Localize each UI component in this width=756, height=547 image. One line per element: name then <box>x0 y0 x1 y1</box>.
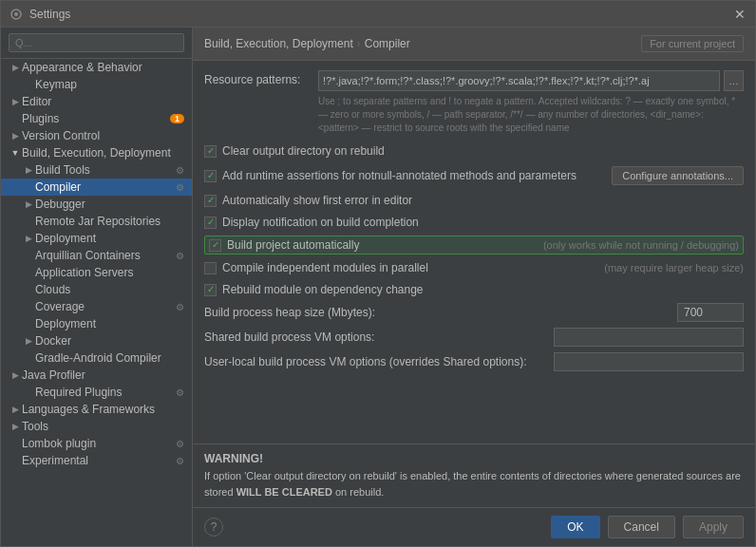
checkbox-row-runtime-assertions: Add runtime assertions for notnull-annot… <box>204 164 744 187</box>
checkbox-label-rebuild-dependency: Rebuild module on dependency change <box>222 283 744 296</box>
ok-button[interactable]: OK <box>551 516 599 538</box>
sidebar-item-label: Keymap <box>35 78 184 91</box>
sidebar-tree: ▶ Appearance & Behavior Keymap ▶ Editor … <box>1 59 192 546</box>
resource-patterns-expand-button[interactable]: … <box>724 70 744 91</box>
sidebar-item-label: Appearance & Behavior <box>22 61 184 74</box>
expand-arrow-docker: ▶ <box>22 334 35 348</box>
sidebar-item-label: Deployment <box>35 232 184 245</box>
main-content-area: ▶ Appearance & Behavior Keymap ▶ Editor … <box>1 28 755 546</box>
checkbox-runtime-assertions[interactable] <box>204 170 217 182</box>
user-vm-input[interactable] <box>554 352 744 371</box>
sidebar-item-build-tools[interactable]: ▶ Build Tools ⚙ <box>1 161 192 179</box>
sidebar-item-label: Deployment <box>35 317 184 330</box>
sidebar-item-label: Gradle-Android Compiler <box>35 351 184 365</box>
sidebar-item-label: Languages & Frameworks <box>22 403 184 416</box>
expand-arrow-plugins <box>9 112 22 125</box>
checkbox-label-clear-output: Clear output directory on rebuild <box>222 144 744 158</box>
sidebar-item-lombok[interactable]: Lombok plugin ⚙ <box>1 435 192 452</box>
search-input[interactable] <box>9 33 184 52</box>
checkbox-row-rebuild-dependency: Rebuild module on dependency change <box>204 281 744 298</box>
checkbox-clear-output[interactable] <box>204 145 217 158</box>
resource-hint: Use ; to separate patterns and ! to nega… <box>318 95 744 135</box>
help-button[interactable]: ? <box>204 518 223 537</box>
expand-arrow-tools: ▶ <box>9 420 22 433</box>
sidebar-item-clouds[interactable]: Clouds <box>1 281 192 298</box>
sidebar-item-label: Compiler <box>35 180 176 194</box>
sidebar-item-docker[interactable]: ▶ Docker <box>1 332 192 349</box>
checkbox-row-build-automatically: Build project automatically (only works … <box>204 236 744 255</box>
sidebar-item-required-plugins[interactable]: Required Plugins ⚙ <box>1 384 192 401</box>
expand-arrow-appearance: ▶ <box>9 61 22 74</box>
sidebar-item-label: Tools <box>22 420 184 433</box>
checkbox-label-compile-parallel: Compile independent modules in parallel <box>222 261 595 274</box>
checkbox-label-show-first-error: Automatically show first error in editor <box>222 194 744 207</box>
titlebar: Settings ✕ <box>1 1 755 28</box>
sidebar-item-java-profiler[interactable]: ▶ Java Profiler <box>1 367 192 384</box>
expand-arrow-arquillian <box>22 249 35 262</box>
expand-arrow-debugger: ▶ <box>22 198 35 211</box>
apply-button[interactable]: Apply <box>683 516 744 538</box>
main-panel: Build, Execution, Deployment › Compiler … <box>193 28 755 546</box>
sidebar-item-arquillian[interactable]: Arquillian Containers ⚙ <box>1 247 192 264</box>
sidebar-item-version-control[interactable]: ▶ Version Control <box>1 127 192 144</box>
warning-title: WARNING! <box>204 452 744 465</box>
sidebar-item-application-servers[interactable]: Application Servers <box>1 264 192 281</box>
checkbox-build-automatically[interactable] <box>209 239 221 252</box>
expand-arrow-editor: ▶ <box>9 95 22 108</box>
panel-header: Build, Execution, Deployment › Compiler … <box>193 28 755 61</box>
sync-icon-coverage: ⚙ <box>176 302 184 312</box>
svg-point-1 <box>14 12 18 16</box>
sidebar-item-coverage[interactable]: Coverage ⚙ <box>1 298 192 315</box>
expand-arrow-app-servers <box>22 266 35 279</box>
expand-arrow-clouds <box>22 283 35 296</box>
sync-icon-build-tools: ⚙ <box>176 165 184 176</box>
sidebar-item-label: Required Plugins <box>35 386 176 399</box>
checkbox-rebuild-dependency[interactable] <box>204 284 217 296</box>
checkbox-show-first-error[interactable] <box>204 195 217 207</box>
breadcrumb-separator: › <box>357 37 361 50</box>
sidebar-item-remote-jar[interactable]: Remote Jar Repositories <box>1 213 192 230</box>
sidebar-item-debugger[interactable]: ▶ Debugger <box>1 196 192 213</box>
configure-annotations-button[interactable]: Configure annotations... <box>612 166 744 185</box>
checkbox-row-compile-parallel: Compile independent modules in parallel … <box>204 259 744 276</box>
resource-patterns-input-wrap: … <box>318 70 744 91</box>
sidebar-item-label: Application Servers <box>35 266 184 279</box>
build-automatically-note: (only works while not running / debuggin… <box>543 239 739 251</box>
sidebar-item-editor[interactable]: ▶ Editor <box>1 93 192 110</box>
sidebar-item-plugins[interactable]: Plugins 1 <box>1 110 192 127</box>
heap-size-row: Build process heap size (Mbytes): <box>204 303 744 322</box>
warning-box: WARNING! If option 'Clear output directo… <box>193 443 755 507</box>
sidebar-item-appearance[interactable]: ▶ Appearance & Behavior <box>1 59 192 76</box>
checkbox-row-show-first-error: Automatically show first error in editor <box>204 192 744 209</box>
sidebar-item-languages[interactable]: ▶ Languages & Frameworks <box>1 401 192 418</box>
cancel-button[interactable]: Cancel <box>608 516 675 538</box>
shared-vm-input[interactable] <box>554 328 744 347</box>
sidebar-item-gradle-android[interactable]: Gradle-Android Compiler <box>1 349 192 367</box>
sync-icon-lombok: ⚙ <box>176 439 184 449</box>
sidebar-item-deployment[interactable]: ▶ Deployment <box>1 230 192 247</box>
heap-size-input[interactable] <box>677 303 744 322</box>
resource-patterns-input[interactable] <box>318 70 720 91</box>
sidebar-item-label: Experimental <box>22 454 176 467</box>
sidebar-item-label: Lombok plugin <box>22 437 176 450</box>
sidebar-item-keymap[interactable]: Keymap <box>1 76 192 93</box>
sidebar-item-deployment2[interactable]: Deployment <box>1 315 192 332</box>
sidebar-item-build-execution[interactable]: ▼ Build, Execution, Deployment <box>1 144 192 161</box>
checkbox-display-notification[interactable] <box>204 217 217 229</box>
checkbox-row-display-notification: Display notification on build completion <box>204 214 744 231</box>
expand-arrow-java-profiler: ▶ <box>9 368 22 382</box>
sidebar-item-experimental[interactable]: Experimental ⚙ <box>1 452 192 469</box>
sidebar-item-label: Clouds <box>35 283 184 296</box>
sidebar-item-tools[interactable]: ▶ Tools <box>1 418 192 435</box>
sidebar-item-compiler[interactable]: Compiler ⚙ <box>1 179 192 196</box>
checkbox-compile-parallel[interactable] <box>204 262 217 274</box>
sidebar-item-label: Build, Execution, Deployment <box>22 146 184 160</box>
expand-arrow-lombok <box>9 437 22 450</box>
user-vm-row: User-local build process VM options (ove… <box>204 352 744 371</box>
sidebar-item-label: Docker <box>35 334 184 348</box>
sidebar-item-label: Java Profiler <box>22 368 184 382</box>
breadcrumb-parent: Build, Execution, Deployment <box>204 37 353 50</box>
resource-patterns-row: Resource patterns: … <box>204 70 744 91</box>
close-button[interactable]: ✕ <box>732 7 747 22</box>
sidebar-item-label: Plugins <box>22 112 166 125</box>
